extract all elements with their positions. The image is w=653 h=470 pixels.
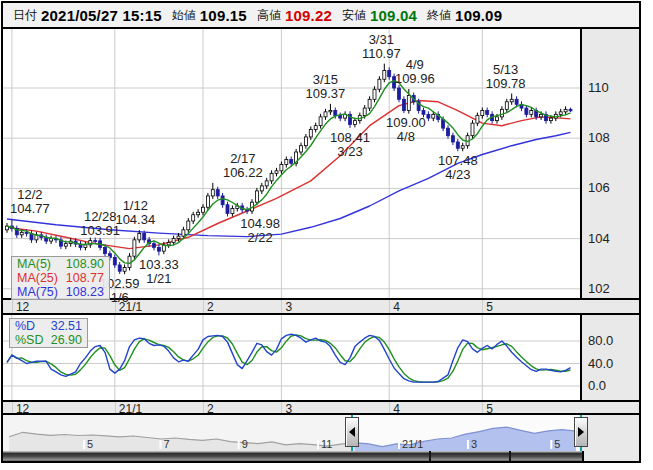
low-label: 安値	[342, 7, 366, 24]
date-tick-label: 5	[486, 402, 493, 416]
month-gridline	[12, 300, 13, 313]
date-axis-main: 1221/12345	[3, 298, 639, 315]
ma-legend-row: MA(25)108.77	[12, 271, 109, 285]
date-tick-label: 12	[16, 300, 29, 314]
swing-annotation: 12/28103.91	[80, 210, 120, 238]
navigator-date-label: 5	[87, 438, 93, 450]
swing-annotation: 104.982/22	[240, 217, 280, 245]
swing-annotation: 103.331/21	[139, 258, 179, 286]
stoch-tick-label: 0.0	[588, 378, 606, 393]
month-gridline	[281, 300, 282, 313]
candlestick-plot[interactable]: 12/2104.7712/28103.91102.591/61/12104.34…	[3, 29, 580, 298]
stochastic-legend: %D32.51%SD26.90	[9, 318, 88, 348]
ma-legend-row: MA(75)108.23	[12, 285, 109, 299]
close-label: 終値	[427, 7, 451, 24]
candles-group	[6, 64, 573, 275]
date-tick-label: 4	[393, 402, 400, 416]
swing-annotation: 107.484/23	[438, 154, 478, 182]
month-gridline	[203, 402, 204, 413]
navigator-date-label: 5	[554, 438, 560, 450]
month-gridline	[389, 300, 390, 313]
stoch-tick-label: 80.0	[588, 333, 613, 348]
scrollbar-gutter	[582, 451, 639, 461]
date-tick-label: 4	[393, 300, 400, 314]
swing-annotation: 12/2104.77	[10, 188, 50, 216]
price-axis: 110108106104102	[580, 29, 639, 298]
range-navigator[interactable]: 5791121/135	[3, 415, 639, 451]
price-tick-label: 108	[588, 130, 610, 145]
navigator-date-label: 9	[242, 438, 248, 450]
navigator-chart[interactable]: 5791121/135	[3, 415, 582, 451]
open-label: 始値	[172, 7, 196, 24]
swing-annotation: 3/15109.37	[306, 73, 346, 101]
scroll-right-button[interactable]	[574, 417, 588, 447]
close-value: 109.09	[455, 7, 502, 24]
stochastic-plot[interactable]: %D32.51%SD26.90	[3, 315, 580, 400]
high-value: 109.22	[285, 7, 332, 24]
date-tick-label: 3	[285, 402, 292, 416]
stoch-legend-row: %D32.51	[10, 319, 87, 333]
stoch-legend-row: %SD26.90	[10, 333, 87, 347]
stochastic-axis: 80.040.00.0	[580, 315, 639, 400]
price-tick-label: 106	[588, 180, 610, 195]
swing-annotation: 5/13109.78	[486, 63, 526, 91]
open-value: 109.15	[200, 7, 247, 24]
high-label: 高値	[257, 7, 281, 24]
navigator-date-label: 21/1	[402, 438, 423, 450]
left-arrow-icon	[349, 427, 355, 437]
date-tick-label: 12	[16, 402, 29, 416]
stochastic-area: %D32.51%SD26.90 80.040.00.0	[3, 315, 639, 400]
scrollbar-divider	[509, 451, 511, 461]
month-gridline	[12, 402, 13, 413]
swing-annotation: 1/12104.34	[115, 199, 155, 227]
date-tick-label: 3	[285, 300, 292, 314]
navigator-date-label: 3	[471, 438, 477, 450]
swing-annotation: 109.004/8	[386, 116, 426, 144]
ma-legend-row: MA(5)108.90	[12, 257, 109, 271]
scrollbar-row	[3, 451, 639, 461]
month-gridline	[482, 300, 483, 313]
low-value: 109.04	[370, 7, 417, 24]
price-chart-area: 12/2104.7712/28103.91102.591/61/12104.34…	[3, 29, 639, 298]
swing-annotation: 4/9109.96	[395, 58, 435, 86]
month-gridline	[203, 300, 204, 313]
price-tick-label: 110	[588, 80, 609, 95]
right-arrow-icon	[578, 427, 584, 437]
navigator-date-label: 11	[321, 438, 332, 450]
chart-window: 日付 2021/05/27 15:15 始値 109.15 高値 109.22 …	[1, 1, 641, 463]
month-gridline	[482, 402, 483, 413]
scroll-left-button[interactable]	[345, 417, 359, 447]
date-tick-label: 21/1	[119, 402, 142, 416]
month-gridline	[281, 402, 282, 413]
date-value: 2021/05/27 15:15	[41, 7, 162, 24]
price-tick-label: 104	[588, 231, 610, 246]
price-tick-label: 102	[588, 281, 610, 296]
ma-legend: MA(5)108.90MA(25)108.77MA(75)108.23	[11, 256, 110, 300]
stoch-tick-label: 40.0	[588, 356, 613, 371]
swing-annotation: 2/17106.22	[223, 152, 263, 180]
date-tick-label: 5	[486, 300, 493, 314]
date-axis-stochastic: 1221/12345	[3, 400, 639, 415]
scrollbar-divider	[429, 451, 431, 461]
stochastic-chart[interactable]	[3, 315, 580, 400]
month-gridline	[389, 402, 390, 413]
date-tick-label: 2	[207, 300, 214, 314]
date-tick-label: 2	[207, 402, 214, 416]
navigator-date-label: 7	[163, 438, 169, 450]
horizontal-scrollbar[interactable]	[3, 451, 582, 461]
date-label: 日付	[13, 7, 37, 24]
ohlc-header: 日付 2021/05/27 15:15 始値 109.15 高値 109.22 …	[3, 3, 639, 29]
swing-annotation: 3/31110.97	[362, 33, 401, 61]
swing-annotation: 108.413/23	[330, 131, 370, 159]
month-gridline	[115, 402, 116, 413]
